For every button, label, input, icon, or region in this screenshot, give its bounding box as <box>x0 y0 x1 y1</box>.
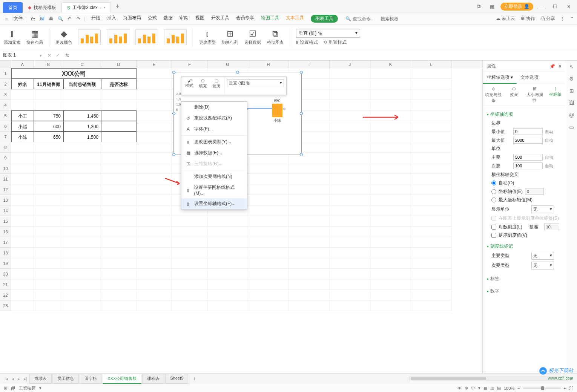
sheet-nav-next[interactable]: ▸ <box>16 376 21 381</box>
context-menu-item[interactable]: ↺重设以匹配样式(A) <box>181 113 247 124</box>
cell[interactable] <box>411 269 452 279</box>
ribbon-reset-style[interactable]: ⟲重置样式 <box>323 39 347 46</box>
cell[interactable] <box>101 163 137 174</box>
collapse-ribbon-icon[interactable]: ⌃ <box>570 16 574 21</box>
login-button[interactable]: 立即登录 👤 <box>500 3 533 11</box>
cell[interactable] <box>63 248 101 258</box>
mini-fill[interactable]: ⬠填充 <box>199 78 207 93</box>
cell[interactable] <box>11 142 34 153</box>
cell[interactable] <box>137 68 172 79</box>
cell[interactable] <box>101 227 137 237</box>
sheet-tab[interactable]: 课程表 <box>142 374 164 384</box>
cell[interactable]: 当前总销售额 <box>63 79 101 89</box>
cell[interactable] <box>172 290 207 300</box>
cell[interactable] <box>34 300 63 311</box>
cell[interactable] <box>248 205 289 216</box>
cell[interactable] <box>34 163 63 174</box>
col-header[interactable]: D <box>101 61 137 68</box>
cell[interactable] <box>11 300 34 311</box>
cell[interactable] <box>207 279 248 290</box>
cell[interactable] <box>34 248 63 258</box>
sheet-tab[interactable]: Sheet5 <box>165 374 188 384</box>
max-value-input[interactable] <box>513 137 543 144</box>
cell[interactable] <box>34 290 63 300</box>
cell[interactable] <box>248 258 289 269</box>
cell[interactable] <box>248 227 289 237</box>
cell[interactable] <box>101 100 137 110</box>
cell[interactable] <box>137 248 172 258</box>
search-template-input[interactable] <box>381 16 407 21</box>
side-slides-icon[interactable]: ▭ <box>569 124 574 130</box>
cell[interactable] <box>411 258 452 269</box>
menu-data[interactable]: 数据 <box>164 15 173 23</box>
save-icon[interactable]: 🖫 <box>39 16 46 21</box>
col-header[interactable]: B <box>34 61 63 68</box>
cell[interactable] <box>101 290 137 300</box>
cell[interactable] <box>411 216 452 227</box>
sheet-nav-prev[interactable]: ◂ <box>10 376 15 381</box>
cell[interactable] <box>207 290 248 300</box>
cell[interactable] <box>63 227 101 237</box>
cell[interactable] <box>330 258 370 269</box>
cloud-status[interactable]: ☁ 未上云 <box>496 15 515 22</box>
cell[interactable] <box>330 121 370 132</box>
cell[interactable] <box>370 205 411 216</box>
cell[interactable] <box>172 216 207 227</box>
col-header[interactable]: I <box>289 61 330 68</box>
cell[interactable] <box>101 121 137 132</box>
cell[interactable] <box>137 100 172 110</box>
row-header[interactable]: 7 <box>0 132 11 142</box>
confirm-icon[interactable]: ✓ <box>54 53 62 58</box>
view-normal-icon[interactable]: ▦ <box>483 386 487 390</box>
reverse-check[interactable] <box>491 233 496 238</box>
close-button[interactable]: ✕ <box>563 4 574 9</box>
row-header[interactable]: 3 <box>0 89 11 100</box>
menu-layout[interactable]: 页面布局 <box>123 15 141 23</box>
cell[interactable] <box>411 100 452 110</box>
cell[interactable] <box>207 216 248 227</box>
cell[interactable] <box>34 279 63 290</box>
row-header[interactable]: 17 <box>0 237 11 248</box>
cell[interactable] <box>34 195 63 205</box>
cell[interactable] <box>63 174 101 184</box>
cell[interactable] <box>411 174 452 184</box>
sheet-tab[interactable]: XXX公司销售额 <box>103 374 141 384</box>
cell[interactable] <box>248 248 289 258</box>
context-menu-item[interactable]: 添加次要网格线(N) <box>181 171 247 182</box>
open-icon[interactable]: 🗁 <box>30 16 37 21</box>
cell[interactable] <box>172 300 207 311</box>
cross-auto-radio[interactable] <box>491 181 496 185</box>
search-icon[interactable]: 🔍 <box>345 16 351 21</box>
view-break-icon[interactable]: ▤ <box>497 386 501 390</box>
cell[interactable] <box>34 269 63 279</box>
chart-style-2[interactable] <box>107 29 129 45</box>
ribbon-select-data[interactable]: ☑选择数据 <box>244 29 261 45</box>
cell[interactable] <box>34 100 63 110</box>
minor-unit-input[interactable] <box>513 162 543 169</box>
context-menu-item[interactable]: 删除(D) <box>181 102 247 113</box>
cell[interactable] <box>289 163 330 174</box>
pin-icon[interactable]: 📌 <box>549 64 555 69</box>
row-header[interactable]: 23 <box>0 300 11 311</box>
mini-style[interactable]: 🖌样式 <box>185 78 193 93</box>
fullscreen-icon[interactable]: ⛶ <box>569 386 573 390</box>
zoom-slider[interactable] <box>523 387 561 389</box>
minor-type-select[interactable]: 无▾ <box>531 262 554 270</box>
cell[interactable] <box>11 163 34 174</box>
cell[interactable] <box>370 163 411 174</box>
tab-templates[interactable]: ◆ 找稻壳模板 <box>23 2 61 13</box>
cell[interactable] <box>370 269 411 279</box>
cell[interactable] <box>411 279 452 290</box>
cell[interactable] <box>289 290 330 300</box>
cell[interactable] <box>101 142 137 153</box>
sheet-tab[interactable]: 员工信息 <box>52 374 79 384</box>
cell[interactable] <box>370 89 411 100</box>
prop-icon-effect[interactable]: ⬠效果 <box>504 84 525 106</box>
cell[interactable]: 是否达标 <box>101 79 137 89</box>
cell[interactable] <box>63 216 101 227</box>
search-command-input[interactable] <box>353 16 379 21</box>
cell[interactable] <box>101 279 137 290</box>
cell[interactable] <box>207 248 248 258</box>
cell[interactable]: 650 <box>34 132 63 142</box>
cell[interactable] <box>330 248 370 258</box>
